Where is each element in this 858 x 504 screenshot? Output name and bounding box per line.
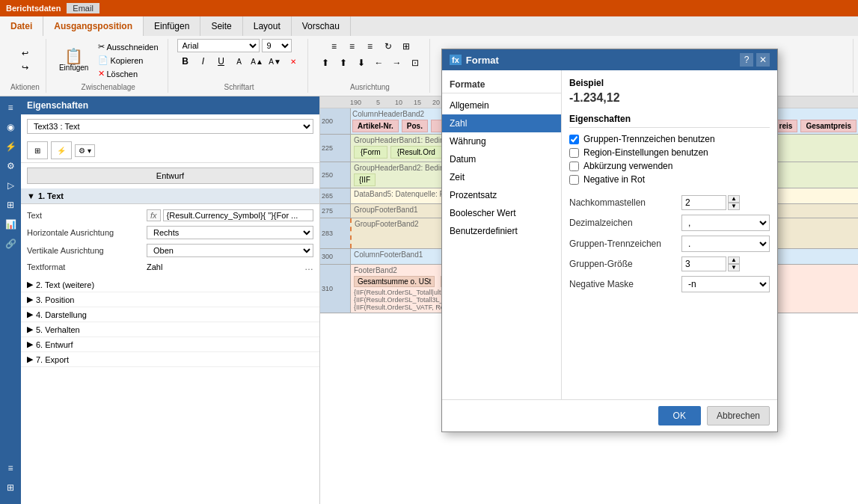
- dezimalzeichen-select[interactable]: ,: [681, 215, 770, 231]
- negative-maske-select[interactable]: -n: [681, 276, 770, 292]
- italic-button[interactable]: I: [195, 54, 212, 69]
- format-zeit[interactable]: Zeit: [442, 168, 561, 186]
- rotate-button[interactable]: ↻: [380, 39, 396, 54]
- tab-einfugen[interactable]: Einfügen: [144, 16, 200, 36]
- checkbox-gruppen-label: Gruppen-Trennzeichen benutzen: [583, 134, 715, 144]
- section-export[interactable]: ▶ 7. Export: [21, 352, 319, 367]
- section-position[interactable]: ▶ 3. Position: [21, 292, 319, 307]
- valign-mid-button[interactable]: ⬆: [335, 55, 352, 70]
- vert-align-select[interactable]: Oben: [147, 244, 313, 257]
- checkbox-abk-input[interactable]: [569, 162, 579, 171]
- wrap-button[interactable]: ⊞: [398, 39, 414, 54]
- sidebar-icon-10[interactable]: ⊞: [2, 479, 19, 496]
- negative-maske-input: -n: [681, 276, 770, 292]
- font-name-select[interactable]: Arial: [177, 39, 260, 52]
- sidebar-icon-9[interactable]: ≡: [2, 460, 19, 476]
- delete-button[interactable]: ✕ Löschen: [95, 67, 161, 80]
- section-display[interactable]: ▶ 4. Darstellung: [21, 307, 319, 322]
- gruppen-trennzeichen-select[interactable]: .: [681, 236, 770, 252]
- prop-view-btn[interactable]: ⊞: [27, 141, 48, 159]
- tab-seite[interactable]: Seite: [200, 16, 242, 36]
- format-benutzerdefiniert[interactable]: Benutzerdefiniert: [442, 222, 561, 240]
- font-size-select[interactable]: 9: [262, 39, 292, 52]
- textformat-edit-icon[interactable]: …: [304, 262, 313, 272]
- gruppen-spinner-down[interactable]: ▼: [728, 264, 740, 271]
- font-size-increase-button[interactable]: A▲: [249, 54, 266, 69]
- cell-iif2[interactable]: {IIF: [354, 173, 376, 186]
- sidebar-icon-7[interactable]: 📊: [2, 216, 19, 233]
- checkbox-region-input[interactable]: [569, 148, 579, 158]
- insert-button[interactable]: 📋 Einfügen: [55, 46, 92, 74]
- text-input[interactable]: [163, 209, 313, 221]
- prop-event-btn[interactable]: ⚡: [51, 141, 72, 159]
- cell-bottom1[interactable]: Gesamtsumme o. USt: [354, 276, 435, 287]
- copy-button[interactable]: 📄 Kopieren: [95, 54, 161, 67]
- undo-button[interactable]: ↩: [19, 47, 31, 60]
- section-text2[interactable]: ▶ 2. Text (weitere): [21, 277, 319, 292]
- entwurf-button[interactable]: Entwurf: [27, 168, 313, 184]
- tab-ausgangsposition[interactable]: Ausgangsposition: [43, 16, 144, 36]
- section-text1-header[interactable]: ▼ 1. Text: [21, 188, 319, 204]
- sidebar-icon-5[interactable]: ▷: [2, 177, 19, 194]
- font-size-decrease-button[interactable]: A▼: [267, 54, 284, 69]
- align-right-button[interactable]: ≡: [362, 39, 379, 54]
- align-center-button[interactable]: ≡: [344, 39, 361, 54]
- cut-button[interactable]: ✂ Ausschneiden: [95, 40, 161, 53]
- prop-selector[interactable]: Text33 : Text: [27, 119, 313, 134]
- sidebar-icon-1[interactable]: ≡: [2, 99, 19, 116]
- element-selector[interactable]: Text33 : Text: [27, 119, 313, 134]
- indent-right-button[interactable]: →: [389, 55, 405, 70]
- format-prozentsatz[interactable]: Prozentsatz: [442, 186, 561, 204]
- checkbox-gruppen-input[interactable]: [569, 135, 579, 144]
- clear-format-button[interactable]: ✕: [285, 54, 301, 69]
- dialog-close-button[interactable]: ✕: [756, 53, 770, 67]
- cancel-button[interactable]: Abbrechen: [707, 406, 770, 425]
- band-label-db5: 265: [320, 188, 350, 203]
- valign-top-button[interactable]: ⬆: [317, 55, 334, 70]
- indent-left-button[interactable]: ←: [371, 55, 387, 70]
- email-tab[interactable]: Email: [67, 3, 99, 13]
- section-behavior-label: 5. Verhalten: [36, 325, 80, 334]
- cell-form[interactable]: {Form: [354, 146, 387, 159]
- format-wahrung[interactable]: Währung: [442, 132, 561, 150]
- tab-datei[interactable]: Datei: [0, 16, 43, 36]
- section-text2-label: 2. Text (weitere): [36, 280, 94, 289]
- tab-vorschau[interactable]: Vorschau: [292, 16, 351, 36]
- tab-layout[interactable]: Layout: [243, 16, 292, 36]
- format-allgemein[interactable]: Allgemein: [442, 96, 561, 114]
- gruppen-grosse-field[interactable]: [681, 256, 726, 271]
- sidebar-icon-8[interactable]: 🔗: [2, 236, 19, 252]
- section-behavior[interactable]: ▶ 5. Verhalten: [21, 322, 319, 337]
- section-draft[interactable]: ▶ 6. Entwurf: [21, 337, 319, 352]
- underline-button[interactable]: U: [213, 54, 230, 69]
- sidebar-icon-3[interactable]: ⚡: [2, 138, 19, 155]
- redo-button[interactable]: ↪: [19, 61, 31, 74]
- sidebar-icon-4[interactable]: ⚙: [2, 158, 19, 174]
- valign-bot-button[interactable]: ⬇: [353, 55, 370, 70]
- sidebar-icon-11[interactable]: ⊞: [2, 499, 19, 504]
- format-datum[interactable]: Datum: [442, 150, 561, 168]
- bold-button[interactable]: B: [177, 54, 194, 69]
- cell-gesamtpreis[interactable]: Gesamtpreis: [800, 120, 857, 132]
- align-left-button[interactable]: ≡: [326, 39, 343, 54]
- spinner-down[interactable]: ▼: [728, 203, 740, 210]
- dialog-titlebar[interactable]: fx Format ? ✕: [442, 49, 777, 70]
- sidebar-icon-2[interactable]: ◉: [2, 119, 19, 135]
- format-boolescher[interactable]: Boolescher Wert: [442, 204, 561, 222]
- prop-more-btn[interactable]: ⚙ ▾: [75, 144, 95, 157]
- sidebar-icon-6[interactable]: ⊞: [2, 197, 19, 213]
- properties-panel: Eigenschaften Text33 : Text ⊞ ⚡ ⚙ ▾ Entw…: [21, 96, 320, 504]
- format-zahl[interactable]: Zahl: [442, 114, 561, 132]
- checkbox-negative-input[interactable]: [569, 175, 579, 185]
- spinner-up[interactable]: ▲: [728, 195, 740, 203]
- ok-button[interactable]: OK: [658, 406, 701, 425]
- dialog-help-button[interactable]: ?: [740, 53, 753, 67]
- cell-pos[interactable]: Pos.: [402, 120, 428, 132]
- cell-artikel[interactable]: Artikel-Nr.: [352, 120, 399, 132]
- overflow-button[interactable]: ⊡: [407, 55, 423, 70]
- horiz-align-select[interactable]: Rechts: [147, 226, 313, 239]
- font-color-button[interactable]: A: [231, 54, 248, 69]
- nachkommastellen-field[interactable]: [681, 195, 726, 210]
- gruppen-spinner-up[interactable]: ▲: [728, 256, 740, 264]
- cell-result-ord[interactable]: {Result.Ord: [390, 146, 442, 159]
